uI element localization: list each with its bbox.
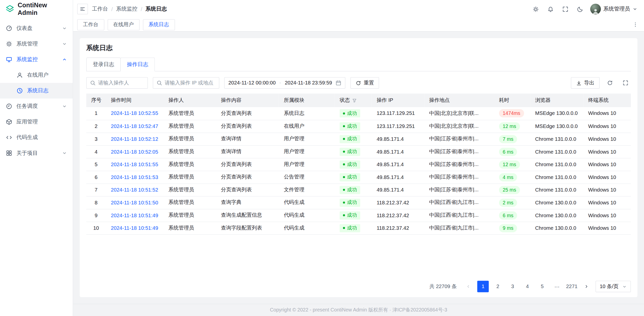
col-ip: 操作 IP bbox=[372, 94, 424, 107]
date-range-picker[interactable]: 2024-11-12 00:00:00 - 2024-11-18 23:59:5… bbox=[224, 77, 345, 89]
cell-content: 分页查询列表 bbox=[216, 184, 279, 196]
table-row[interactable]: 2 2024-11-18 10:52:47 系统管理员 分页查询列表 在线用户 … bbox=[86, 120, 631, 133]
cell-duration: 4 ms bbox=[494, 171, 530, 184]
next-page-button[interactable] bbox=[581, 281, 592, 292]
cell-content: 分页查询列表 bbox=[216, 107, 279, 120]
duration-badge: 1474ms bbox=[499, 109, 524, 118]
table-row[interactable]: 7 2024-11-18 10:51:52 系统管理员 分页查询列表 文件管理 … bbox=[86, 184, 631, 196]
sidebar-item-label: 代码生成 bbox=[16, 134, 67, 141]
sidebar-item-about-project[interactable]: 关于项目 bbox=[0, 145, 73, 161]
table-row[interactable]: 4 2024-11-18 10:52:05 系统管理员 查询详情 用户管理 成功… bbox=[86, 145, 631, 158]
operation-time-link[interactable]: 2024-11-18 10:52:47 bbox=[111, 123, 158, 129]
export-button[interactable]: 导出 bbox=[571, 77, 599, 89]
tab-more-icon[interactable] bbox=[631, 20, 640, 29]
sidebar-item-app-management[interactable]: 应用管理 bbox=[0, 114, 73, 130]
fullscreen-icon[interactable] bbox=[560, 4, 570, 14]
sidebar-item-label: 任务调度 bbox=[16, 103, 58, 110]
status-badge: 成功 bbox=[340, 122, 360, 130]
cell-os: Windows 10 bbox=[583, 132, 631, 145]
chevron-down-icon bbox=[62, 151, 67, 156]
page-button[interactable]: 5 bbox=[536, 281, 548, 292]
cell-location: 中国|江苏省|泰州市|... bbox=[424, 171, 494, 184]
sidebar-item-online-users[interactable]: 在线用户 bbox=[0, 67, 73, 83]
sidebar-item-dashboard[interactable]: 仪表盘 bbox=[0, 21, 73, 36]
table-fullscreen-icon[interactable] bbox=[620, 78, 631, 88]
operation-time-link[interactable]: 2024-11-18 10:51:49 bbox=[111, 212, 158, 218]
prev-page-button[interactable] bbox=[463, 281, 474, 292]
page-size-select[interactable]: 10 条/页 bbox=[596, 281, 631, 292]
cell-operator: 系统管理员 bbox=[164, 132, 216, 145]
status-dot-icon bbox=[343, 151, 345, 153]
breadcrumb-item[interactable]: 系统监控 bbox=[116, 5, 137, 13]
page-button[interactable]: 3 bbox=[507, 281, 518, 292]
status-label: 成功 bbox=[347, 123, 357, 130]
status-badge: 成功 bbox=[340, 109, 360, 118]
operation-time-link[interactable]: 2024-11-18 10:51:55 bbox=[111, 161, 158, 167]
chevron-down-icon bbox=[62, 26, 67, 31]
tab-operation-log[interactable]: 操作日志 bbox=[120, 58, 155, 72]
operation-time-link[interactable]: 2024-11-18 10:52:05 bbox=[111, 149, 158, 155]
table-row[interactable]: 6 2024-11-18 10:51:53 系统管理员 分页查询列表 公告管理 … bbox=[86, 171, 631, 184]
operation-time-link[interactable]: 2024-11-18 10:51:53 bbox=[111, 174, 158, 180]
tab-system-log[interactable]: 系统日志 bbox=[143, 19, 175, 30]
sidebar-item-code-generation[interactable]: 代码生成 bbox=[0, 130, 73, 145]
cell-content: 分页查询列表 bbox=[216, 158, 279, 171]
notification-bell-icon[interactable] bbox=[545, 4, 556, 14]
cell-duration: 12 ms bbox=[494, 120, 530, 133]
sidebar-item-system-log[interactable]: 系统日志 bbox=[0, 83, 73, 99]
user-menu[interactable]: 系统管理员 bbox=[590, 4, 637, 14]
page-button[interactable]: 4 bbox=[522, 281, 533, 292]
cell-content: 分页查询列表 bbox=[216, 120, 279, 133]
table-row[interactable]: 10 2024-11-18 10:51:49 系统管理员 查询字段配置列表 代码… bbox=[86, 222, 631, 235]
cell-index: 10 bbox=[86, 222, 106, 235]
operator-search-input[interactable] bbox=[86, 77, 148, 89]
cell-status: 成功 bbox=[335, 132, 372, 145]
cell-operator: 系统管理员 bbox=[164, 120, 216, 133]
table-row[interactable]: 9 2024-11-18 10:51:49 系统管理员 查询生成配置信息 代码生… bbox=[86, 209, 631, 222]
sidebar-item-system-management[interactable]: 系统管理 bbox=[0, 36, 73, 52]
ip-search-field[interactable] bbox=[165, 80, 216, 86]
cell-browser: Chrome 131.0.0.0 bbox=[530, 145, 583, 158]
table-refresh-icon[interactable] bbox=[605, 78, 615, 88]
operator-search-field[interactable] bbox=[98, 80, 144, 86]
tab-workbench[interactable]: 工作台 bbox=[77, 19, 104, 30]
operation-time-link[interactable]: 2024-11-18 10:52:12 bbox=[111, 136, 158, 142]
table-row[interactable]: 3 2024-11-18 10:52:12 系统管理员 查询详情 用户管理 成功… bbox=[86, 132, 631, 145]
operation-time-link[interactable]: 2024-11-18 10:52:55 bbox=[111, 111, 158, 116]
dark-mode-moon-icon[interactable] bbox=[575, 4, 585, 14]
breadcrumb-item[interactable]: 工作台 bbox=[92, 5, 108, 13]
page-button[interactable]: 2271 bbox=[566, 281, 578, 292]
grid-icon bbox=[6, 150, 12, 156]
table-row[interactable]: 1 2024-11-18 10:52:55 系统管理员 分页查询列表 系统日志 … bbox=[86, 107, 631, 120]
status-dot-icon bbox=[343, 176, 345, 178]
reset-button[interactable]: 重置 bbox=[350, 77, 379, 89]
settings-gear-icon[interactable] bbox=[530, 4, 541, 14]
cell-location: 中国|江苏省|泰州市|... bbox=[424, 158, 494, 171]
sidebar-item-task-schedule[interactable]: 任务调度 bbox=[0, 99, 73, 114]
ip-search-input[interactable] bbox=[153, 77, 219, 89]
cell-index: 6 bbox=[86, 171, 106, 184]
page-button[interactable]: 1 bbox=[477, 281, 489, 292]
cell-module: 用户管理 bbox=[279, 132, 335, 145]
sidebar: ContiNew Admin 仪表盘 系统管理 bbox=[0, 0, 73, 316]
sidebar-item-label: 系统监控 bbox=[16, 56, 58, 63]
filter-funnel-icon[interactable] bbox=[352, 98, 357, 103]
operation-time-link[interactable]: 2024-11-18 10:51:50 bbox=[111, 200, 158, 205]
collapse-sidebar-button[interactable] bbox=[77, 4, 88, 14]
operation-time-link[interactable]: 2024-11-18 10:51:52 bbox=[111, 187, 158, 193]
user-icon bbox=[16, 72, 23, 78]
sidebar-item-system-monitor[interactable]: 系统监控 bbox=[0, 52, 73, 67]
tab-login-log[interactable]: 登录日志 bbox=[86, 58, 121, 72]
tab-online-users[interactable]: 在线用户 bbox=[107, 19, 139, 30]
table-row[interactable]: 5 2024-11-18 10:51:55 系统管理员 分页查询列表 用户管理 … bbox=[86, 158, 631, 171]
cell-time: 2024-11-18 10:51:49 bbox=[106, 222, 164, 235]
app-logo[interactable]: ContiNew Admin bbox=[0, 0, 73, 18]
cell-operator: 系统管理员 bbox=[164, 145, 216, 158]
table-row[interactable]: 8 2024-11-18 10:51:50 系统管理员 查询字典 代码生成 成功… bbox=[86, 196, 631, 209]
page-button[interactable]: 2 bbox=[492, 281, 504, 292]
cell-module: 在线用户 bbox=[279, 120, 335, 133]
cell-ip: 49.85.171.4 bbox=[372, 158, 424, 171]
cell-operator: 系统管理员 bbox=[164, 171, 216, 184]
operation-time-link[interactable]: 2024-11-18 10:51:49 bbox=[111, 225, 158, 231]
page-ellipsis[interactable]: ⋯ bbox=[551, 281, 563, 292]
